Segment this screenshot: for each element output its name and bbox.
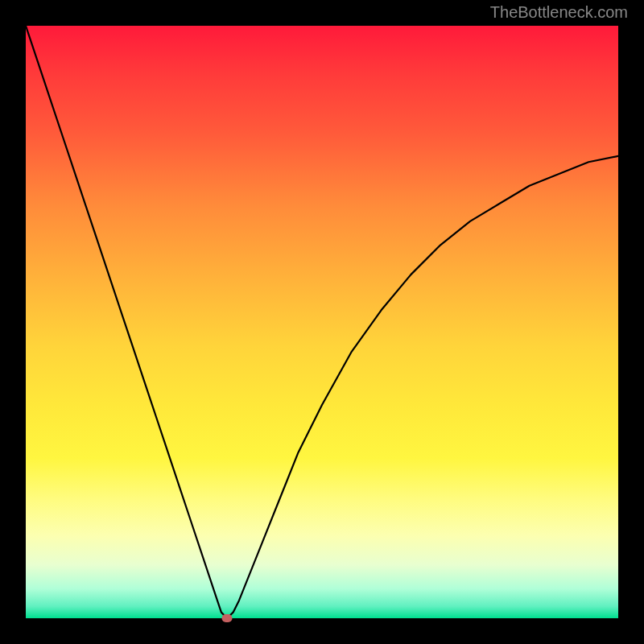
watermark-text: TheBottleneck.com bbox=[490, 3, 628, 22]
minimum-marker bbox=[222, 614, 233, 622]
bottleneck-curve-path bbox=[26, 26, 618, 618]
chart-plot-area bbox=[26, 26, 618, 618]
curve-svg bbox=[26, 26, 618, 618]
